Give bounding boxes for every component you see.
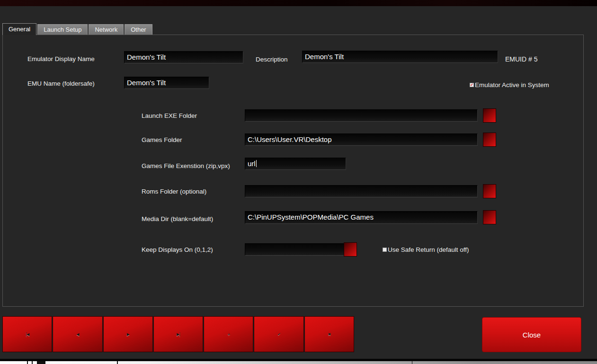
nav-cancel-button[interactable]: ✖ bbox=[304, 316, 354, 352]
tab-network[interactable]: Network bbox=[89, 24, 124, 35]
games-folder-value: C:\Users\User.VR\Desktop bbox=[248, 135, 332, 143]
display-name-value: Demon's Tilt bbox=[127, 53, 166, 61]
roms-folder-label: Roms Folder (optional) bbox=[142, 188, 206, 195]
next-record-icon: ▶ bbox=[127, 332, 129, 337]
general-tab-panel bbox=[2, 35, 584, 307]
description-field[interactable]: Demon's Tilt bbox=[302, 51, 498, 63]
tab-launch-setup[interactable]: Launch Setup bbox=[37, 24, 88, 35]
insert-record-icon: + bbox=[227, 332, 230, 337]
games-ext-label: Games File Exenstion (zip,vpx) bbox=[142, 162, 230, 169]
media-dir-value: C:\PinUPSystem\POPMedia\PC Games bbox=[248, 213, 374, 221]
games-ext-field[interactable]: url bbox=[245, 158, 346, 170]
safe-return-checkbox[interactable] bbox=[383, 248, 387, 252]
emulator-active-checkbox[interactable]: ✔ bbox=[470, 83, 474, 87]
roms-folder-field[interactable] bbox=[245, 185, 478, 197]
close-button-label: Close bbox=[523, 331, 541, 339]
bottom-edge-mark bbox=[37, 361, 45, 364]
description-value: Demon's Tilt bbox=[305, 53, 344, 61]
games-folder-browse-button[interactable] bbox=[483, 133, 496, 147]
emu-name-value: Demon's Tilt bbox=[127, 79, 166, 87]
nav-insert-button[interactable]: + bbox=[204, 316, 253, 352]
last-record-icon: ▶| bbox=[177, 332, 180, 337]
nav-post-button[interactable]: ✔ bbox=[254, 316, 303, 352]
bottom-edge-mark bbox=[117, 361, 118, 364]
nav-prior-button[interactable]: ◀ bbox=[53, 316, 102, 352]
bottom-edge-mark bbox=[32, 361, 33, 364]
cancel-edit-icon: ✖ bbox=[328, 332, 330, 337]
emuid-text: EMUID # 5 bbox=[505, 55, 537, 63]
nav-first-button[interactable]: |◀ bbox=[2, 316, 52, 352]
bottom-edge-mark bbox=[412, 361, 412, 364]
emu-name-field[interactable]: Demon's Tilt bbox=[124, 77, 209, 89]
launch-exe-label: Launch EXE Folder bbox=[142, 112, 197, 119]
media-dir-label: Media Dir (blank=default) bbox=[142, 215, 213, 222]
emu-name-label: EMU Name (foldersafe) bbox=[27, 80, 95, 87]
nav-next-button[interactable]: ▶ bbox=[103, 316, 153, 352]
tab-bar: General Launch Setup Network Other bbox=[2, 24, 153, 35]
display-name-field[interactable]: Demon's Tilt bbox=[124, 51, 243, 63]
record-navigator: |◀ ◀ ▶ ▶| + ✔ ✖ bbox=[2, 316, 355, 352]
keep-displays-label: Keep Displays On (0,1,2) bbox=[142, 246, 213, 253]
prior-record-icon: ◀ bbox=[76, 332, 79, 337]
tab-general[interactable]: General bbox=[2, 23, 36, 35]
games-folder-field[interactable]: C:\Users\User.VR\Desktop bbox=[245, 133, 478, 146]
background-window-edge bbox=[0, 361, 597, 364]
media-dir-field[interactable]: C:\PinUPSystem\POPMedia\PC Games bbox=[245, 211, 478, 224]
safe-return-label: Use Safe Return (default off) bbox=[388, 246, 469, 253]
launch-exe-browse-button[interactable] bbox=[483, 108, 496, 123]
first-record-icon: |◀ bbox=[26, 332, 29, 337]
keep-displays-field[interactable] bbox=[245, 243, 344, 256]
display-name-label: Emulator Display Name bbox=[27, 55, 95, 62]
roms-folder-browse-button[interactable] bbox=[483, 184, 496, 198]
media-dir-browse-button[interactable] bbox=[483, 210, 496, 224]
text-caret bbox=[256, 160, 257, 167]
close-button[interactable]: Close bbox=[482, 317, 581, 352]
title-strip bbox=[0, 0, 597, 6]
bottom-edge-mark bbox=[27, 361, 28, 364]
description-label: Description bbox=[256, 56, 288, 63]
post-edit-icon: ✔ bbox=[277, 332, 280, 337]
emulator-active-label: Emulator Active in System bbox=[475, 81, 549, 89]
games-ext-value: url bbox=[248, 160, 256, 168]
tab-other[interactable]: Other bbox=[125, 24, 152, 35]
games-folder-label: Games Folder bbox=[142, 136, 182, 143]
launch-exe-field[interactable] bbox=[245, 109, 478, 122]
keep-displays-browse-button[interactable] bbox=[344, 242, 357, 257]
nav-last-button[interactable]: ▶| bbox=[153, 316, 203, 352]
